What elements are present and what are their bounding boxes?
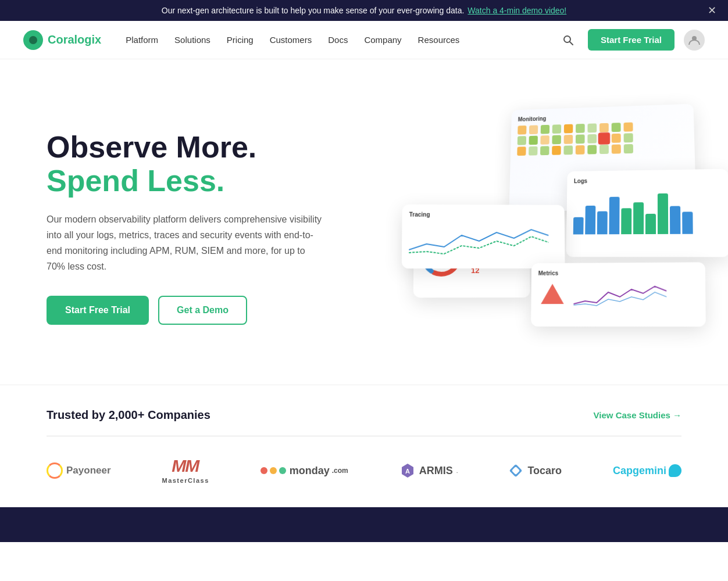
- user-avatar[interactable]: [684, 30, 705, 51]
- monday-dot-orange: [270, 467, 277, 474]
- capgemini-text: Capgemini: [613, 465, 666, 477]
- capgemini-blob-icon: [669, 464, 681, 477]
- nav-right: Start Free Trial: [558, 29, 705, 51]
- tracing-card: Tracing: [402, 205, 565, 269]
- monday-com-text: .com: [332, 467, 348, 475]
- view-case-studies-link[interactable]: View Case Studies →: [594, 410, 681, 420]
- masterclass-icon2: M: [185, 457, 199, 475]
- tocaro-text: Tocaro: [527, 465, 562, 477]
- logo[interactable]: Coralogix: [23, 30, 101, 50]
- nav-platform[interactable]: Platform: [126, 35, 158, 45]
- search-icon[interactable]: [558, 30, 579, 51]
- hero-section: Observe More. Spend Less. Our modern obs…: [0, 59, 728, 385]
- monitoring-card-title: Monitoring: [518, 111, 687, 123]
- masterclass-logo: M M MasterClass: [162, 457, 209, 484]
- nav-company[interactable]: Company: [364, 35, 401, 45]
- footer-dark-strip: [0, 507, 728, 542]
- logos-row: Payoneer M M MasterClass monday .com A: [47, 457, 681, 484]
- nav-solutions[interactable]: Solutions: [174, 35, 210, 45]
- logo-text: Coralogix: [48, 33, 101, 46]
- trusted-section: Trusted by 2,000+ Companies View Case St…: [0, 385, 728, 507]
- banner-text: Our next-gen architecture is built to he…: [162, 6, 465, 15]
- hero-content: Observe More. Spend Less. Our modern obs…: [47, 131, 326, 324]
- logo-icon: [23, 30, 43, 50]
- masterclass-text: MasterClass: [162, 477, 209, 484]
- hero-buttons: Start Free Trial Get a Demo: [47, 296, 326, 325]
- monday-dot-red: [260, 467, 267, 474]
- nav-start-trial-button[interactable]: Start Free Trial: [588, 29, 675, 51]
- trusted-title: Trusted by 2,000+ Companies: [47, 408, 210, 422]
- payoneer-logo: Payoneer: [47, 462, 111, 479]
- monday-dots: [260, 467, 286, 474]
- armis-logo: A ARMIS .: [399, 462, 458, 479]
- armis-text: ARMIS: [419, 465, 453, 477]
- nav-links: Platform Solutions Pricing Customers Doc…: [126, 35, 539, 45]
- monday-text: monday: [290, 465, 330, 477]
- monday-dot-green: [279, 467, 286, 474]
- logs-card: Logs: [566, 169, 728, 257]
- hero-headline-green: Spend Less.: [47, 164, 326, 198]
- banner-link[interactable]: Watch a 4-min demo video!: [468, 6, 566, 15]
- capgemini-logo: Capgemini: [613, 464, 681, 477]
- payoneer-text: Payoneer: [66, 465, 111, 476]
- armis-icon: A: [399, 462, 416, 479]
- banner-close-button[interactable]: ✕: [708, 5, 716, 16]
- svg-line-1: [570, 42, 573, 45]
- payoneer-ring-icon: [47, 462, 63, 479]
- hero-visual: Monitoring: [402, 100, 728, 344]
- dashboard-container: Monitoring: [402, 100, 728, 344]
- logs-card-title: Logs: [574, 176, 722, 184]
- masterclass-icon: M: [172, 457, 186, 475]
- svg-text:A: A: [405, 468, 410, 475]
- tracing-card-title: Tracing: [409, 211, 558, 218]
- trusted-header: Trusted by 2,000+ Companies View Case St…: [47, 408, 681, 422]
- metrics-card: Metrics: [531, 262, 706, 327]
- hero-description: Our modern observability platform delive…: [47, 211, 326, 275]
- nav-resources[interactable]: Resources: [418, 35, 460, 45]
- tocaro-logo: Tocaro: [509, 464, 562, 478]
- navbar: Coralogix Platform Solutions Pricing Cus…: [0, 21, 728, 59]
- svg-marker-7: [541, 284, 564, 304]
- metrics-card-title: Metrics: [538, 269, 698, 276]
- hero-headline-black: Observe More.: [47, 131, 326, 164]
- hero-start-trial-button[interactable]: Start Free Trial: [47, 296, 149, 325]
- top-banner: Our next-gen architecture is built to he…: [0, 0, 728, 21]
- nav-customers[interactable]: Customers: [270, 35, 312, 45]
- tocaro-icon: [509, 464, 523, 478]
- hero-get-demo-button[interactable]: Get a Demo: [158, 296, 247, 325]
- nav-docs[interactable]: Docs: [328, 35, 348, 45]
- monday-logo: monday .com: [260, 465, 348, 477]
- armis-dot: .: [456, 468, 458, 474]
- nav-pricing[interactable]: Pricing: [227, 35, 254, 45]
- divider: [47, 436, 681, 436]
